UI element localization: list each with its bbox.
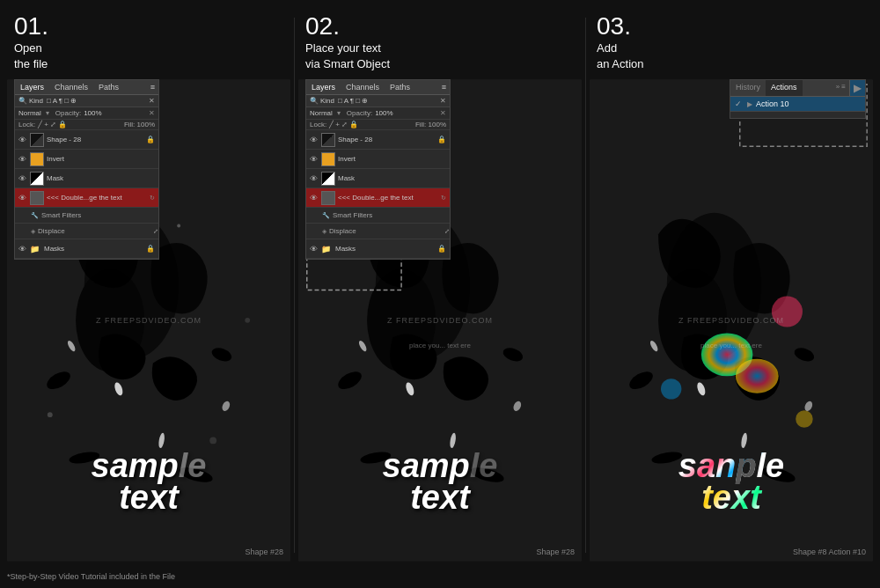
layer-thumb-invert (30, 152, 44, 166)
tab-channels-2[interactable]: Channels (341, 80, 385, 94)
layer-thumb-mask (30, 172, 44, 186)
divider-1 (294, 18, 295, 553)
sample-text-line1-3: sanple (678, 450, 784, 481)
sub-icon-2b: ◈ (322, 228, 326, 235)
close-icon-2: ✕ (149, 109, 155, 117)
sub-icon-2: ◈ (31, 228, 35, 235)
eye-icon-4b[interactable]: 👁 (310, 194, 319, 202)
tab-layers-2[interactable]: Layers (306, 80, 341, 94)
svg-point-43 (661, 379, 681, 400)
layer-name-invert-2: Invert (338, 155, 446, 163)
step-2-canvas: Layers Channels Paths ≡ 🔍 Kind □ A ¶ □ ⊕… (298, 79, 582, 562)
eye-icon-3b[interactable]: 👁 (310, 174, 319, 183)
layer-item-smart: 👁 <<< Double...ge the text ↻ (15, 188, 158, 208)
eye-icon-5b[interactable]: 👁 (310, 245, 319, 254)
place-text-hint-3: place you... text ere (700, 341, 762, 349)
layer-name-shape28-2: Shape - 28 (338, 136, 435, 143)
layer-sub-name-2: Displace (38, 227, 65, 235)
panel-icons: » ≡ (832, 80, 849, 96)
fill-label: Fill: 100% (124, 121, 155, 129)
sample-text-1: sample text (92, 450, 207, 513)
search-icons-row-2: □ A ¶ □ ⊕ (338, 97, 368, 105)
fill-label-2: Fill: 100% (415, 121, 446, 129)
main-container: 01. Openthe file Layers Channels Paths ≡… (0, 0, 880, 588)
layer-name-masks-2: Masks (335, 245, 435, 253)
tab-history[interactable]: History (730, 80, 766, 96)
svg-point-12 (177, 224, 180, 228)
layer-name-masks: Masks (44, 245, 143, 253)
layer-item-masks: 👁 📁 Masks 🔒 (15, 239, 158, 259)
mode-label-2: Normal (310, 109, 333, 117)
layer-thumb-shape28 (30, 133, 44, 147)
step-3-title: Addan Action (597, 40, 866, 72)
mode-label: Normal (18, 109, 41, 117)
lock-icons-2: ╱ + ⤢ 🔒 (329, 121, 358, 129)
step-2-number: 02. (305, 14, 575, 39)
tab-paths[interactable]: Paths (93, 80, 124, 94)
svg-point-15 (245, 318, 250, 323)
layer-item-mask: 👁 Mask (15, 169, 158, 188)
search-icons-row: □ A ¶ □ ⊕ (47, 97, 77, 105)
tab-channels[interactable]: Channels (49, 80, 93, 94)
sample-text-line1: sample (92, 450, 207, 481)
opacity-label: Opacity: (55, 109, 81, 117)
tab-paths-2[interactable]: Paths (385, 80, 415, 94)
svg-point-13 (209, 437, 216, 445)
eye-icon-4[interactable]: 👁 (18, 194, 27, 202)
eye-icon-5[interactable]: 👁 (18, 245, 27, 254)
sample-text-line2-3: text (678, 481, 784, 513)
actions-tabs: History Actions » ≡ ▶ (730, 80, 865, 97)
play-icon[interactable]: ▶ (849, 80, 865, 96)
svg-point-14 (48, 413, 53, 418)
eye-icon-2[interactable]: 👁 (18, 155, 27, 164)
eye-icon-3[interactable]: 👁 (18, 174, 27, 183)
layer-name-shape28: Shape - 28 (47, 136, 143, 143)
step-1-title: Openthe file (14, 40, 283, 72)
step-2-header: 02. Place your textvia Smart Object (298, 9, 582, 79)
layer-thumb-shape28-2 (321, 133, 335, 147)
layer-lock-masks: 🔒 (146, 245, 155, 253)
layers-tabs-2: Layers Channels Paths ≡ (306, 80, 450, 95)
lock-row: Lock: ╱ + ⤢ 🔒 Fill: 100% (15, 120, 158, 130)
layer-smart-icon-2: ↻ (441, 195, 446, 202)
lock-row-2: Lock: ╱ + ⤢ 🔒 Fill: 100% (306, 120, 450, 130)
layer-item-invert-2: 👁 Invert (306, 150, 450, 169)
layer-smart-icon: ↻ (150, 195, 155, 202)
sub-icon-arrow: ⤢ (153, 228, 158, 235)
layer-item-smart-2: 👁 <<< Double...ge the text ↻ (306, 188, 450, 208)
lock-icons: ╱ + ⤢ 🔒 (38, 121, 67, 129)
folder-icon-2: 📁 (321, 245, 331, 254)
layer-lock-shape28: 🔒 (146, 136, 155, 143)
layer-thumb-invert-2 (321, 152, 335, 166)
tab-layers[interactable]: Layers (15, 80, 49, 94)
layer-sub-name-1: Smart Filters (41, 211, 81, 219)
layer-item-mask-2: 👁 Mask (306, 169, 450, 188)
action-check: ✓ (735, 99, 742, 108)
opacity-value: 100% (84, 109, 101, 117)
step-3-number: 03. (597, 14, 866, 39)
eye-icon-2b[interactable]: 👁 (310, 155, 319, 164)
tab-actions[interactable]: Actions (766, 80, 803, 96)
layer-thumb-smart-2 (321, 191, 335, 205)
eye-icon-1[interactable]: 👁 (18, 136, 27, 144)
layer-sub-displace: ◈ Displace ⤢ (15, 224, 158, 239)
layer-thumb-mask-2 (321, 172, 335, 186)
watermark-3: Z FREEPSDVIDEO.COM (678, 316, 784, 325)
eye-icon-1b[interactable]: 👁 (310, 136, 319, 144)
shape-label-3: Shape #8 Action #10 (793, 548, 866, 556)
sub-icon-arrow-2: ⤢ (444, 228, 450, 235)
sample-text-line1-2: sample (383, 450, 498, 481)
step-1-layers-panel: Layers Channels Paths ≡ 🔍 Kind □ A ¶ □ ⊕… (14, 79, 159, 260)
layer-item-shape28-2: 👁 Shape - 28 🔒 (306, 130, 450, 150)
layer-item-masks-2: 👁 📁 Masks 🔒 (306, 239, 450, 259)
layer-name-smart-2: <<< Double...ge the text (338, 194, 438, 202)
search-icon: 🔍 (18, 97, 27, 105)
footer-note: *Step-by-Step Video Tutorial included in… (7, 572, 175, 581)
sample-text-3: sanple text (678, 450, 784, 513)
step-2: 02. Place your textvia Smart Object Laye… (298, 9, 582, 562)
actions-panel: History Actions » ≡ ▶ ✓ ▶ Action 10 (730, 79, 866, 119)
opacity-value-2: 100% (375, 109, 392, 117)
shape-label-1: Shape #28 (245, 548, 283, 556)
mode-chevron: ▾ (46, 109, 49, 117)
sample-text-line2-2: text (383, 481, 498, 513)
